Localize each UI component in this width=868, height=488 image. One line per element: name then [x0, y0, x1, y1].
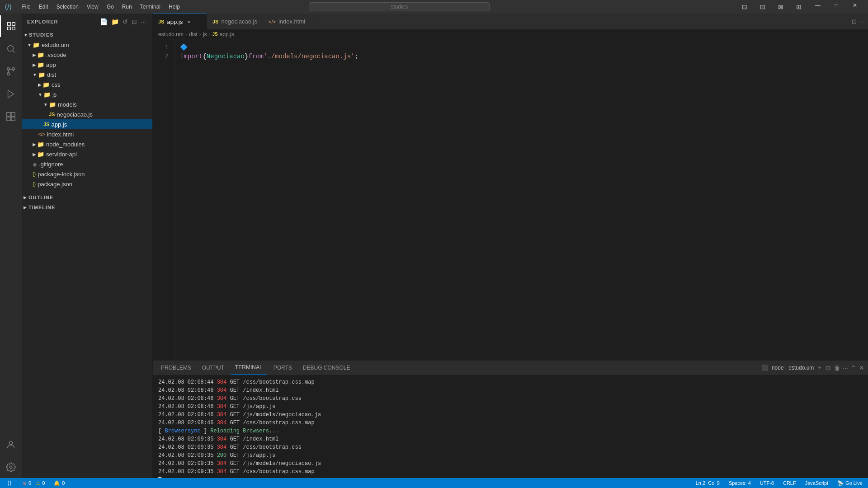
term-bracket-open: [ [158, 428, 161, 434]
layout-icon-4[interactable]: ⊞ [791, 2, 807, 11]
kill-terminal-icon[interactable]: 🗑 [834, 364, 840, 371]
folder-icon-dist: 📁 [38, 71, 45, 78]
code-content[interactable]: 🔷 import { Negociacao } from './models/n… [175, 39, 868, 361]
activity-settings[interactable] [0, 456, 22, 478]
panel: PROBLEMS OUTPUT TERMINAL PORTS DEBUG CON… [153, 361, 868, 478]
tree-item-estudo-um[interactable]: ▼ 📁 estudo.um [22, 40, 152, 50]
status-encoding[interactable]: UTF-8 [758, 480, 776, 486]
tree-root-studies[interactable]: ▼ STUDIES [22, 30, 152, 40]
tree-item-node-modules[interactable]: ▶ 📁 node_modules [22, 139, 152, 149]
folder-arrow-timeline: ▶ [24, 205, 27, 210]
code-editor[interactable]: 1 2 🔷 import { Negociacao } from [153, 39, 868, 361]
menu-edit[interactable]: Edit [35, 3, 52, 11]
tree-item-package-lock-json[interactable]: {} package-lock.json [22, 169, 152, 179]
close-panel-icon[interactable]: ✕ [859, 364, 864, 371]
menu-go[interactable]: Go [103, 3, 118, 11]
more-actions-button[interactable]: ··· [140, 17, 147, 26]
menu-selection[interactable]: Selection [52, 3, 82, 11]
close-button[interactable]: ✕ [846, 2, 863, 11]
status-remote[interactable]: ⟨⟩ [4, 480, 15, 486]
term-path-4: /js/app.js [243, 404, 275, 410]
tab-app-js[interactable]: JS app.js ✕ [153, 14, 207, 29]
tree-item-negociacao-js[interactable]: JS negociacao.js [22, 109, 152, 119]
outline-header[interactable]: ▶ OUTLINE [22, 192, 152, 202]
more-editor-actions-icon[interactable]: ··· [859, 18, 864, 25]
tree-item-index-html[interactable]: </> index.html [22, 129, 152, 139]
breadcrumb-part-1[interactable]: dist [189, 31, 198, 38]
term-ts-6: 24.02.08 02:08:46 [158, 420, 217, 426]
tab-negociacao-js[interactable]: JS negociacao.js [207, 14, 263, 29]
term-ts-11: 24.02.08 02:09:35 [158, 469, 217, 475]
layout-icon-3[interactable]: ⊠ [773, 2, 789, 11]
language-label: JavaScript [805, 480, 828, 486]
new-folder-button[interactable]: 📁 [110, 17, 120, 26]
tree-label-models: models [58, 101, 77, 108]
panel-tab-problems[interactable]: PROBLEMS [156, 361, 196, 375]
app: EXPLORER 📄 📁 ↺ ⊟ ··· ▼ STUDIES ▼ [0, 14, 868, 488]
tree-label-gitignore: .gitignore [39, 161, 63, 168]
breadcrumb-part-2[interactable]: js [203, 31, 207, 38]
menu-view[interactable]: View [83, 3, 102, 11]
maximize-panel-icon[interactable]: ⌃ [851, 364, 856, 371]
activity-search[interactable] [0, 38, 22, 60]
status-go-live[interactable]: 📡 Go Live [835, 480, 864, 486]
tree-item-app-js[interactable]: JS app.js [22, 119, 152, 129]
tree-item-dist[interactable]: ▼ 📁 dist [22, 70, 152, 80]
status-errors[interactable]: ⊗ 0 ⚠ 0 [21, 480, 47, 486]
status-notifications[interactable]: 🔔 0 [52, 480, 66, 486]
terminal[interactable]: 24.02.08 02:08:44 304 GET /css/bootstrap… [153, 375, 868, 478]
status-language[interactable]: JavaScript [803, 480, 830, 486]
tree-item-gitignore[interactable]: ◈ .gitignore [22, 159, 152, 169]
keyword-from: from [248, 52, 264, 61]
tab-index-html[interactable]: </> index.html [263, 14, 317, 29]
status-position[interactable]: Ln 2, Col 9 [694, 480, 722, 486]
activity-extensions[interactable] [0, 106, 22, 127]
split-editor-icon[interactable]: ⊡ [852, 18, 857, 25]
more-terminal-actions-icon[interactable]: ··· [843, 364, 848, 371]
menu-run[interactable]: Run [118, 3, 136, 11]
activity-explorer[interactable] [0, 15, 22, 37]
panel-tab-output[interactable]: OUTPUT [198, 361, 229, 375]
menu-terminal[interactable]: Terminal [137, 3, 164, 11]
menu-bar: File Edit Selection View Go Run Terminal… [18, 3, 183, 11]
tree-item-servidor-api[interactable]: ▶ 📁 servidor-api [22, 149, 152, 159]
new-file-button[interactable]: 📄 [99, 17, 108, 26]
maximize-button[interactable]: □ [829, 2, 844, 11]
status-spaces[interactable]: Spaces: 4 [727, 480, 753, 486]
tab-icon-index-html: </> [269, 19, 276, 24]
term-path-8: /css/bootstrap.css [243, 444, 302, 450]
term-status-1: 304 [217, 379, 230, 385]
breadcrumb-part-0[interactable]: estudo.um [158, 31, 184, 38]
panel-tab-ports[interactable]: PORTS [269, 361, 297, 375]
menu-file[interactable]: File [18, 3, 34, 11]
collapse-all-button[interactable]: ⊟ [131, 17, 138, 26]
tree-label-package-lock-json: package-lock.json [38, 171, 85, 178]
activity-debug[interactable] [0, 83, 22, 105]
tree-item-models[interactable]: ▼ 📁 models [22, 99, 152, 109]
layout-icon-2[interactable]: ⊡ [755, 2, 771, 11]
menu-help[interactable]: Help [165, 3, 184, 11]
titlebar-search-input[interactable] [309, 2, 490, 11]
tree-item-package-json[interactable]: {} package.json [22, 179, 152, 189]
tab-close-app-js[interactable]: ✕ [187, 19, 191, 24]
timeline-header[interactable]: ▶ TIMELINE [22, 202, 152, 212]
breadcrumb-part-3[interactable]: app.js [220, 31, 234, 38]
folder-arrow-js: ▼ [38, 92, 42, 97]
encoding-label: UTF-8 [760, 480, 774, 486]
split-terminal-icon[interactable]: ⊡ [826, 364, 831, 371]
tree-item-vscode[interactable]: ▶ 📁 .vscode [22, 50, 152, 60]
panel-tab-terminal[interactable]: TERMINAL [231, 361, 267, 375]
tree-item-js[interactable]: ▼ 📁 js [22, 89, 152, 99]
refresh-button[interactable]: ↺ [122, 17, 129, 26]
tree-item-app[interactable]: ▶ 📁 app [22, 60, 152, 70]
activity-account[interactable] [0, 434, 22, 455]
activity-source-control[interactable] [0, 61, 22, 82]
minimize-button[interactable]: — [809, 2, 827, 11]
status-line-ending[interactable]: CRLF [781, 480, 798, 486]
panel-tab-debug-console[interactable]: DEBUG CONSOLE [298, 361, 355, 375]
term-path-5: /js/models/negociacao.js [243, 412, 321, 418]
add-terminal-icon[interactable]: ＋ [816, 364, 823, 372]
tree-item-css[interactable]: ▶ 📁 css [22, 80, 152, 89]
layout-icon-1[interactable]: ⊟ [736, 2, 753, 11]
term-method-4: GET [230, 404, 243, 410]
